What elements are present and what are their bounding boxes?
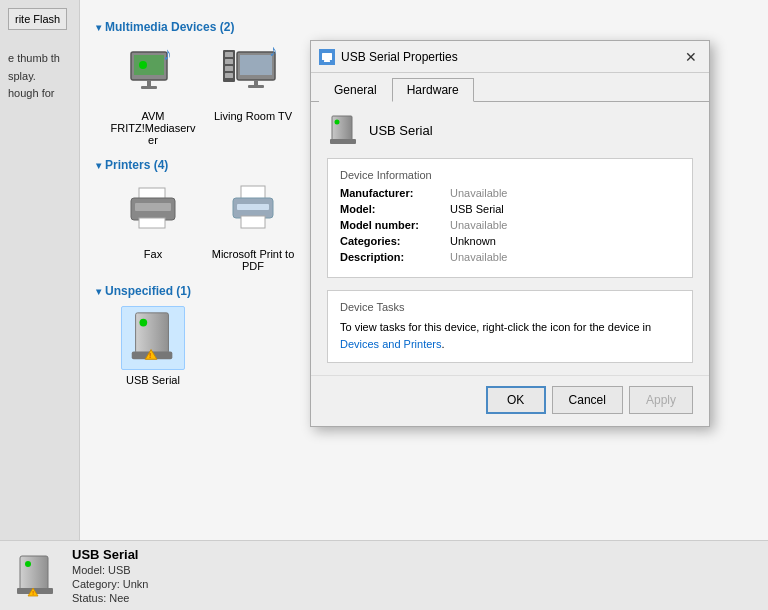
description-value: Unavailable [450, 251, 507, 263]
svg-rect-24 [136, 313, 169, 354]
cancel-button[interactable]: Cancel [552, 386, 623, 414]
ok-button[interactable]: OK [486, 386, 546, 414]
device-avm[interactable]: ♪ AVM FRITZ!Mediaserver [108, 42, 198, 146]
info-row-manufacturer: Manufacturer: Unavailable [340, 187, 680, 199]
device-tasks-title: Device Tasks [340, 301, 680, 313]
device-usb-serial-icon: ! [121, 306, 185, 370]
info-row-categories: Categories: Unknown [340, 235, 680, 247]
svg-rect-14 [248, 85, 264, 88]
status-icon: ! [12, 552, 60, 600]
status-status-value: Nee [109, 592, 129, 604]
status-model-value: USB [108, 564, 131, 576]
device-information-box: Device Information Manufacturer: Unavail… [327, 158, 693, 278]
device-usb-serial[interactable]: ! USB Serial [108, 306, 198, 386]
description-label: Description: [340, 251, 450, 263]
model-value: USB Serial [450, 203, 504, 215]
status-status: Status: Nee [72, 592, 148, 604]
svg-text:♪: ♪ [269, 42, 277, 59]
device-ms-print-icon [221, 180, 285, 244]
device-fax[interactable]: Fax [108, 180, 198, 272]
device-living-room-label: Living Room TV [214, 110, 292, 122]
status-bar: ! USB Serial Model: USB Category: Unkn S… [0, 540, 768, 610]
info-row-model-number: Model number: Unavailable [340, 219, 680, 231]
svg-point-4 [139, 61, 147, 69]
dialog-device-svg [328, 115, 358, 145]
dialog-device-name: USB Serial [369, 123, 433, 138]
info-row-description: Description: Unavailable [340, 251, 680, 263]
model-number-label: Model number: [340, 219, 450, 231]
svg-rect-10 [225, 73, 233, 78]
status-info: USB Serial Model: USB Category: Unkn Sta… [72, 547, 148, 604]
svg-rect-9 [225, 66, 233, 71]
svg-rect-23 [241, 216, 265, 228]
svg-rect-13 [254, 80, 258, 85]
dialog-app-icon [320, 50, 334, 64]
manufacturer-value: Unavailable [450, 187, 507, 199]
svg-rect-2 [147, 80, 151, 86]
status-device-icon: ! [14, 554, 58, 598]
svg-rect-7 [225, 52, 233, 57]
fax-icon-svg [121, 180, 185, 244]
categories-label: Categories: [340, 235, 450, 247]
section-arrow-printers: ▾ [96, 160, 101, 171]
svg-point-38 [335, 120, 340, 125]
svg-rect-36 [324, 60, 330, 62]
categories-value: Unknown [450, 235, 496, 247]
device-ms-print[interactable]: Microsoft Print to PDF [208, 180, 298, 272]
background-text: e thumb th splay. hough for [0, 40, 80, 113]
device-avm-icon: ♪ [121, 42, 185, 106]
device-ms-print-label: Microsoft Print to PDF [208, 248, 298, 272]
device-living-room-icon: ♪ [221, 42, 285, 106]
svg-point-30 [25, 561, 31, 567]
device-avm-label: AVM FRITZ!Mediaserver [108, 110, 198, 146]
section-multimedia: ▾ Multimedia Devices (2) [96, 20, 752, 34]
status-status-label: Status: [72, 592, 106, 604]
device-tasks-text: To view tasks for this device, right-cli… [340, 319, 680, 352]
apply-button[interactable]: Apply [629, 386, 693, 414]
write-flash-button[interactable]: rite Flash [8, 8, 67, 30]
dialog-title-text: USB Serial Properties [341, 50, 458, 64]
dialog-title-left: USB Serial Properties [319, 49, 458, 65]
tab-general[interactable]: General [319, 78, 392, 102]
status-device-name: USB Serial [72, 547, 148, 562]
status-model-label: Model: [72, 564, 105, 576]
svg-rect-39 [330, 139, 356, 144]
device-info-title: Device Information [340, 169, 680, 181]
section-arrow-multimedia: ▾ [96, 22, 101, 33]
section-unspecified-label: Unspecified (1) [105, 284, 191, 298]
section-multimedia-label: Multimedia Devices (2) [105, 20, 234, 34]
svg-point-25 [139, 319, 147, 327]
svg-rect-37 [332, 116, 352, 140]
status-category: Category: Unkn [72, 578, 148, 590]
svg-rect-1 [134, 55, 164, 75]
dialog-buttons: OK Cancel Apply [311, 375, 709, 426]
svg-text:!: ! [149, 352, 151, 359]
tasks-text-after: . [442, 338, 445, 350]
device-tasks-box: Device Tasks To view tasks for this devi… [327, 290, 693, 363]
svg-text:♪: ♪ [163, 44, 172, 64]
status-category-value: Unkn [123, 578, 149, 590]
svg-rect-35 [322, 53, 332, 60]
ms-print-icon-svg [221, 180, 285, 244]
device-fax-icon [121, 180, 185, 244]
dialog-close-button[interactable]: ✕ [681, 47, 701, 67]
svg-rect-3 [141, 86, 157, 89]
dialog-titlebar: USB Serial Properties ✕ [311, 41, 709, 73]
dialog-tabs: General Hardware [311, 73, 709, 102]
model-number-value: Unavailable [450, 219, 507, 231]
left-panel: rite Flash e thumb th splay. hough for [0, 0, 80, 610]
device-fax-label: Fax [144, 248, 162, 260]
server-icon-svg: ! [124, 308, 182, 368]
status-model: Model: USB [72, 564, 148, 576]
devices-and-printers-link[interactable]: Devices and Printers [340, 338, 442, 350]
device-usb-serial-label: USB Serial [126, 374, 180, 386]
dialog-device-header-icon [327, 114, 359, 146]
model-label: Model: [340, 203, 450, 215]
svg-rect-8 [225, 59, 233, 64]
tasks-text-before: To view tasks for this device, right-cli… [340, 321, 651, 333]
tv-icon-svg: ♪ [221, 42, 285, 106]
tab-hardware[interactable]: Hardware [392, 78, 474, 102]
device-living-room[interactable]: ♪ Living Room TV [208, 42, 298, 146]
svg-rect-12 [240, 55, 272, 75]
avm-icon-svg: ♪ [121, 42, 185, 106]
